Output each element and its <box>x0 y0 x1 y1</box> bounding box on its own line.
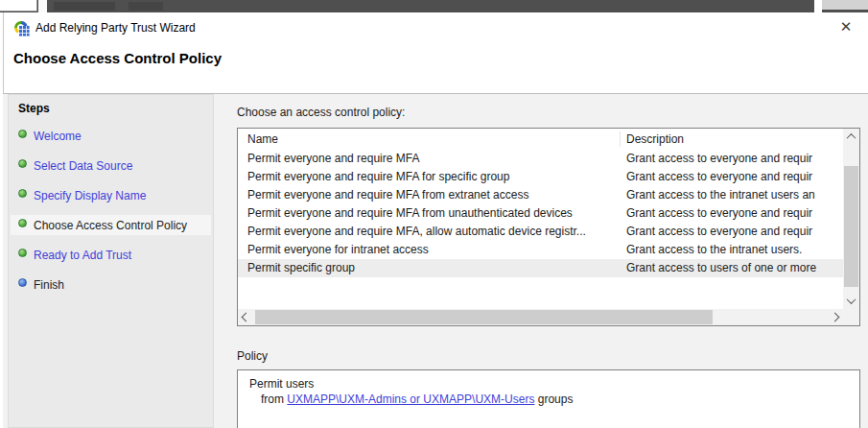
table-row[interactable]: Permit everyone for intranet accessGrant… <box>238 241 843 259</box>
step-label: Finish <box>34 278 64 292</box>
step-label: Choose Access Control Policy <box>34 219 187 232</box>
column-header-name[interactable]: Name <box>247 132 278 146</box>
steps-list: WelcomeSelect Data SourceSpecify Display… <box>9 126 213 304</box>
policy-table-rows: Permit everyone and require MFAGrant acc… <box>238 150 843 309</box>
scroll-down-button[interactable] <box>843 293 859 309</box>
sidebar-step-finish[interactable]: Finish <box>11 274 211 295</box>
policy-description-cell: Grant access to everyone and requir <box>626 150 843 168</box>
step-label: Select Data Source <box>34 159 132 173</box>
policy-name-cell: Permit everyone and require MFA <box>247 150 616 168</box>
step-bullet-icon <box>18 278 27 287</box>
background-window-fragment <box>0 0 37 12</box>
policy-groups-link[interactable]: UXMAPP\UXM-Admins or UXMAPP\UXM-Users <box>287 392 534 406</box>
scroll-up-button[interactable] <box>843 129 859 145</box>
horizontal-scrollbar-thumb[interactable] <box>255 310 713 324</box>
page-title: Choose Access Control Policy <box>13 50 222 66</box>
policy-description-cell: Grant access to the intranet users. <box>626 241 843 259</box>
policy-name-cell: Permit everyone and require MFA from una… <box>247 204 616 223</box>
policy-description-cell: Grant access to everyone and requir <box>626 223 843 241</box>
sidebar-step-welcome[interactable]: Welcome <box>11 126 211 146</box>
sidebar-step-select-data-source[interactable]: Select Data Source <box>11 155 211 176</box>
policy-description-cell: Grant access to the intranet users an <box>626 186 843 204</box>
column-divider[interactable] <box>620 131 621 147</box>
policy-name-cell: Permit everyone and require MFA, allow a… <box>247 223 616 241</box>
policy-description-cell: Grant access to everyone and requir <box>626 204 843 223</box>
background-window-gap <box>38 0 47 13</box>
table-row[interactable]: Permit everyone and require MFA from ext… <box>238 186 843 204</box>
sidebar-step-choose-access-control-policy[interactable]: Choose Access Control Policy <box>11 215 211 235</box>
step-bullet-icon <box>18 130 27 138</box>
close-button[interactable]: ✕ <box>834 15 857 38</box>
chevron-right-icon <box>831 313 840 322</box>
table-row[interactable]: Permit specific groupGrant access to use… <box>238 259 843 277</box>
step-label: Specify Display Name <box>34 189 146 202</box>
vertical-scrollbar-thumb[interactable] <box>844 166 858 287</box>
policy-name-cell: Permit everyone and require MFA from ext… <box>247 186 616 204</box>
list-header-row: Name Description <box>238 129 843 150</box>
chevron-left-icon <box>242 313 251 322</box>
background-window-fragment <box>822 0 868 10</box>
policy-from-text: from <box>261 392 287 406</box>
steps-header: Steps <box>18 102 50 115</box>
vertical-scrollbar[interactable] <box>843 129 859 309</box>
policy-description-cell: Grant access to everyone and requir <box>626 168 843 186</box>
policy-name-cell: Permit everyone and require MFA for spec… <box>247 168 616 186</box>
scroll-right-button[interactable] <box>827 309 843 325</box>
access-control-policy-list: Name Description Permit everyone and req… <box>237 128 860 326</box>
column-header-description[interactable]: Description <box>626 132 684 146</box>
policy-description-cell: Grant access to users of one or more <box>626 259 843 277</box>
policy-name-cell: Permit everyone for intranet access <box>247 241 616 259</box>
adfs-wizard-icon <box>12 19 30 36</box>
table-row[interactable]: Permit everyone and require MFAGrant acc… <box>238 150 843 168</box>
step-bullet-icon <box>18 189 27 198</box>
horizontal-scrollbar[interactable] <box>238 309 843 325</box>
policy-groups-line: from UXMAPP\UXM-Admins or UXMAPP\UXM-Use… <box>261 392 573 406</box>
table-row[interactable]: Permit everyone and require MFA from una… <box>238 204 843 223</box>
choose-policy-label: Choose an access control policy: <box>237 106 405 119</box>
policy-groups-suffix: groups <box>534 392 573 406</box>
step-bullet-icon <box>18 219 27 227</box>
chevron-down-icon <box>847 295 856 304</box>
window-title: Add Relying Party Trust Wizard <box>35 21 196 35</box>
table-row[interactable]: Permit everyone and require MFA, allow a… <box>238 223 843 241</box>
close-icon: ✕ <box>840 18 853 36</box>
step-label: Welcome <box>34 130 82 143</box>
background-titlebar-text-block <box>54 2 115 11</box>
scroll-left-button[interactable] <box>238 309 254 325</box>
sidebar-step-ready-to-add-trust[interactable]: Ready to Add Trust <box>11 245 211 265</box>
chevron-up-icon <box>847 133 856 143</box>
step-bullet-icon <box>18 249 27 257</box>
policy-section-label: Policy <box>237 349 268 363</box>
policy-permit-users-text: Permit users <box>249 377 314 391</box>
background-titlebar-text-block <box>129 2 163 11</box>
steps-sidebar: Steps WelcomeSelect Data SourceSpecify D… <box>8 94 214 428</box>
sidebar-step-specify-display-name[interactable]: Specify Display Name <box>11 185 211 205</box>
background-window-gap <box>814 0 822 12</box>
table-row[interactable]: Permit everyone and require MFA for spec… <box>238 168 843 186</box>
scrollbar-corner <box>843 309 859 325</box>
step-label: Ready to Add Trust <box>34 249 131 262</box>
policy-name-cell: Permit specific group <box>247 259 616 277</box>
policy-preview-box: Permit users from UXMAPP\UXM-Admins or U… <box>237 369 860 428</box>
step-bullet-icon <box>18 159 27 168</box>
background-window-titlebar <box>0 0 868 12</box>
